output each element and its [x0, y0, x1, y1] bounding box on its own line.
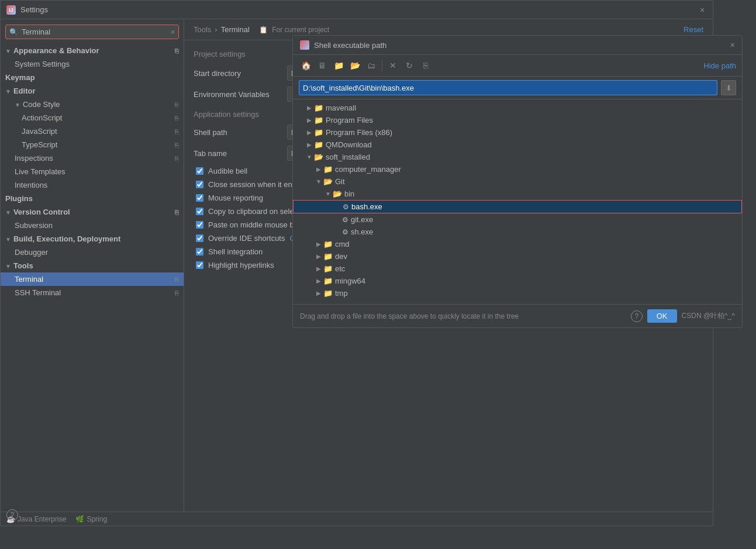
folder-icon-computer-manager: 📁 — [323, 165, 333, 174]
tree-item-cmd[interactable]: ▶ 📁 cmd — [293, 238, 742, 250]
hide-path-button[interactable]: Hide path — [703, 61, 736, 70]
folder-icon-soft-installed: 📂 — [314, 153, 323, 161]
copy-icon-terminal: ⎘ — [175, 276, 179, 283]
tree-item-mavenall[interactable]: ▶ 📁 mavenall — [293, 102, 742, 114]
sidebar-item-system-settings[interactable]: System Settings — [1, 57, 184, 71]
tree-item-soft-installed[interactable]: ▼ 📂 soft_installed — [293, 151, 742, 163]
highlight-hyperlinks-checkbox[interactable] — [196, 261, 203, 269]
highlight-hyperlinks-label: Highlight hyperlinks — [208, 261, 274, 270]
tree-label-sh-exe: sh.exe — [351, 227, 373, 236]
toolbar-refresh-button[interactable]: ↻ — [402, 58, 416, 72]
paste-middle-checkbox[interactable] — [196, 221, 203, 229]
sidebar-help-button[interactable]: ? — [6, 509, 18, 512]
folder-icon-program-files-x86: 📁 — [314, 128, 323, 137]
tree-item-etc[interactable]: ▶ 📁 etc — [293, 263, 742, 275]
tree-item-qmdownload[interactable]: ▶ 📁 QMDownload — [293, 139, 742, 151]
sidebar-item-editor[interactable]: ▼Editor — [1, 84, 184, 98]
tab-name-label: Tab name — [194, 149, 287, 158]
toolbar-copy-button[interactable]: ⎘ — [419, 58, 433, 72]
tree-arrow-program-files-x86: ▶ — [305, 129, 314, 136]
copy-clipboard-checkbox[interactable] — [196, 208, 203, 215]
tree-item-bash-exe[interactable]: ⚙ bash.exe — [293, 200, 742, 213]
tree-label-computer-manager: computer_manager — [335, 165, 401, 174]
search-input[interactable] — [22, 25, 167, 39]
close-button[interactable]: × — [698, 5, 707, 15]
sidebar-item-debugger[interactable]: Debugger — [1, 246, 184, 259]
audible-bell-label: Audible bell — [208, 167, 247, 175]
toolbar-folder-button[interactable]: 📁 — [332, 58, 346, 72]
clear-search-icon[interactable]: × — [167, 26, 178, 39]
sidebar-item-ssh-terminal[interactable]: SSH Terminal ⎘ — [1, 286, 184, 299]
dialog-download-button[interactable]: ⬇ — [721, 80, 736, 95]
override-ide-checkbox[interactable] — [196, 234, 203, 242]
sidebar-item-live-templates[interactable]: Live Templates — [1, 165, 184, 178]
sidebar-item-javascript[interactable]: JavaScript ⎘ — [1, 125, 184, 138]
dialog-close-button[interactable]: × — [730, 40, 735, 50]
dialog-bottom-right: ? OK CSDN @叶柏^_^ — [631, 309, 735, 323]
tree-item-tmp[interactable]: ▶ 📁 tmp — [293, 287, 742, 299]
sidebar-item-subversion[interactable]: Subversion — [1, 219, 184, 232]
toolbar-home-button[interactable]: 🏠 — [299, 58, 313, 72]
copy-icon-appearance: ⎘ — [175, 47, 179, 54]
tree-arrow-etc: ▶ — [314, 265, 323, 272]
tree-item-dev[interactable]: ▶ 📁 dev — [293, 250, 742, 263]
breadcrumb: Tools › Terminal — [194, 25, 250, 34]
tree-item-program-files-x86[interactable]: ▶ 📁 Program Files (x86) — [293, 126, 742, 139]
tree-item-program-files[interactable]: ▶ 📁 Program Files — [293, 114, 742, 126]
search-box: 🔍 × — [5, 25, 179, 39]
sidebar-item-typescript[interactable]: TypeScript ⎘ — [1, 138, 184, 151]
sidebar-item-terminal[interactable]: Terminal ⎘ — [1, 272, 184, 286]
sidebar-item-inspections[interactable]: Inspections ⎘ — [1, 151, 184, 165]
copy-icon-typescript: ⎘ — [175, 141, 179, 149]
search-icon: 🔍 — [6, 26, 22, 39]
tree-arrow-computer-manager: ▶ — [314, 166, 323, 172]
reset-button[interactable]: Reset — [683, 25, 703, 34]
toolbar-folder-nav-button[interactable]: 🗂 — [364, 58, 378, 72]
sidebar-item-build[interactable]: ▼Build, Execution, Deployment — [1, 232, 184, 246]
dialog-ok-button[interactable]: OK — [647, 309, 677, 323]
tree-item-bin[interactable]: ▼ 📂 bin — [293, 188, 742, 200]
shell-integration-checkbox[interactable] — [196, 248, 203, 255]
tree-item-sh-exe[interactable]: ⚙ sh.exe — [293, 226, 742, 238]
tree-item-computer-manager[interactable]: ▶ 📁 computer_manager — [293, 163, 742, 175]
tree-label-program-files: Program Files — [326, 116, 373, 125]
tree-item-git[interactable]: ▼ 📂 Git — [293, 175, 742, 188]
env-variables-label: Environment Variables — [194, 90, 287, 99]
folder-icon-dev: 📁 — [323, 252, 333, 261]
tree-label-program-files-x86: Program Files (x86) — [326, 128, 392, 137]
shell-path-dialog: Shell executable path × 🏠 🖥 📁 📂 🗂 ✕ ↻ ⎘ … — [292, 35, 743, 328]
sidebar-item-intentions[interactable]: Intentions — [1, 178, 184, 192]
spring-status[interactable]: 🌿 Spring — [75, 515, 107, 523]
sidebar-item-version-control[interactable]: ▼Version Control ⎘ — [1, 205, 184, 219]
sidebar-item-appearance[interactable]: ▼Appearance & Behavior ⎘ — [1, 44, 184, 57]
file-icon-bash: ⚙ — [343, 203, 349, 211]
dialog-file-tree: ▶ 📁 mavenall ▶ 📁 Program Files ▶ 📁 Progr… — [293, 99, 742, 304]
tree-label-bin: bin — [344, 189, 354, 198]
dialog-help-button[interactable]: ? — [631, 310, 643, 322]
dialog-title-left: Shell executable path — [300, 40, 386, 50]
folder-icon-mingw64: 📁 — [323, 277, 333, 285]
copy-icon-ssh: ⎘ — [175, 289, 179, 296]
tree-item-git-exe[interactable]: ⚙ git.exe — [293, 213, 742, 226]
sidebar-item-tools[interactable]: ▼Tools — [1, 259, 184, 272]
breadcrumb-tools: Tools — [194, 25, 211, 34]
tree-label-cmd: cmd — [335, 240, 350, 248]
sidebar-item-code-style[interactable]: ▼Code Style ⎘ — [1, 98, 184, 111]
mouse-reporting-checkbox[interactable] — [196, 194, 203, 202]
toolbar-desktop-button[interactable]: 🖥 — [315, 58, 329, 72]
dialog-path-row: ⬇ — [293, 77, 742, 99]
audible-bell-checkbox[interactable] — [196, 167, 203, 175]
spring-icon: 🌿 — [75, 515, 84, 523]
close-session-checkbox[interactable] — [196, 181, 203, 188]
dialog-path-input[interactable] — [299, 80, 717, 95]
shell-integration-label: Shell integration — [208, 247, 263, 256]
sidebar-item-actionscript[interactable]: ActionScript ⎘ — [1, 111, 184, 125]
toolbar-delete-button[interactable]: ✕ — [386, 58, 400, 72]
tree-item-mingw64[interactable]: ▶ 📁 mingw64 — [293, 275, 742, 287]
sidebar-item-keymap[interactable]: Keymap — [1, 71, 184, 84]
tree-label-qmdownload: QMDownload — [326, 140, 372, 149]
toolbar-folder-up-button[interactable]: 📂 — [348, 58, 362, 72]
tree-label-tmp: tmp — [335, 289, 348, 298]
sidebar-item-plugins[interactable]: Plugins — [1, 192, 184, 205]
toolbar-separator-1 — [382, 60, 382, 71]
